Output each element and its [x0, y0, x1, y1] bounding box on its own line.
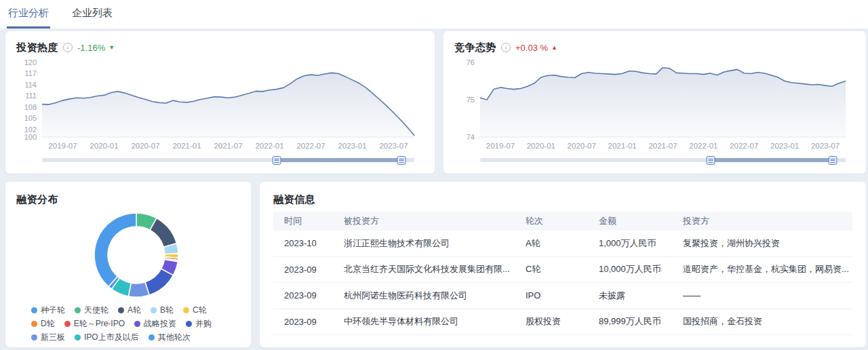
legend-dot: [31, 307, 37, 313]
legend-dot: [31, 321, 37, 327]
investment-heat-panel: 投资热度 i -1.16% ▼ 100102105108111114117120…: [5, 31, 435, 174]
legend-label: C轮: [193, 304, 207, 317]
column-header-investors: 投资方: [683, 215, 852, 227]
slider-right-handle[interactable]: [397, 156, 406, 165]
table-cell: IPO: [526, 290, 599, 300]
legend-label: 天使轮: [84, 304, 108, 317]
y-tick-label: 76: [467, 58, 475, 66]
tab-company-list[interactable]: 企业列表: [71, 0, 114, 28]
slider-selected-range[interactable]: [277, 158, 401, 162]
x-tick-label: 2022-07: [296, 142, 325, 150]
trend-down-icon: ▼: [108, 44, 115, 51]
table-cell: 国投招商，金石投资: [683, 315, 852, 328]
x-tick-label: 2021-07: [214, 142, 242, 150]
y-tick-label: 102: [24, 125, 37, 134]
x-tick-label: 2021-07: [648, 142, 677, 150]
financing-distribution-panel: 融资分布 种子轮天使轮A轮B轮C轮D轮E轮～Pre-IPO战略投资并购新三板IP…: [5, 182, 251, 347]
legend-label: 新三板: [41, 331, 65, 344]
x-tick-label: 2023-01: [338, 142, 366, 150]
tab-industry-analysis[interactable]: 行业分析: [7, 0, 50, 28]
area-fill: [480, 68, 846, 137]
legend-label: E轮～Pre-IPO: [74, 317, 125, 330]
investment-heat-chart[interactable]: 1001021051081111141171202019-072020-0120…: [16, 58, 424, 153]
info-icon[interactable]: i: [501, 43, 511, 52]
x-tick-label: 2019-07: [486, 142, 515, 150]
table-cell: 复聚投资，湖州协兴投资: [683, 237, 852, 250]
legend-item[interactable]: 天使轮: [75, 304, 108, 317]
legend-item[interactable]: 其他轮次: [149, 331, 191, 344]
legend-dot: [186, 321, 192, 327]
legend-item[interactable]: E轮～Pre-IPO: [64, 317, 125, 330]
legend-label: 并购: [195, 317, 212, 330]
slider-left-handle[interactable]: [272, 156, 281, 165]
panel-title-financing-info: 融资信息: [273, 193, 315, 206]
column-header-time: 时间: [284, 215, 344, 227]
donut-segment-新三板[interactable]: [128, 282, 149, 297]
y-tick-label: 120: [24, 58, 37, 66]
donut-segment-种子轮[interactable]: [94, 213, 136, 287]
legend-item[interactable]: D轮: [31, 317, 55, 330]
panel-title-financing-distribution: 融资分布: [16, 193, 58, 206]
legend-label: 战略投资: [144, 317, 176, 330]
legend-dot: [64, 321, 71, 327]
x-tick-label: 2021-01: [172, 142, 201, 150]
competition-chart[interactable]: 7475762019-072020-012020-072021-012021-0…: [454, 58, 855, 153]
table-cell: 2023-09: [284, 265, 344, 275]
competition-delta-value: +0.03 %: [515, 43, 548, 53]
table-cell: 北京当红齐天国际文化科技发展集团有限...: [344, 263, 526, 275]
legend-dot: [151, 307, 157, 313]
table-row: 2023-10浙江正熙生物技术有限公司A轮1,000万人民币复聚投资，湖州协兴投…: [273, 231, 852, 257]
x-tick-label: 2020-01: [90, 142, 118, 150]
table-cell: A轮: [526, 237, 599, 250]
slider-left-handle[interactable]: [706, 156, 715, 165]
x-tick-label: 2020-07: [131, 142, 159, 150]
table-cell: 1,000万人民币: [599, 237, 683, 250]
y-tick-label: 108: [24, 103, 37, 111]
heat-datazoom-slider: [42, 155, 414, 166]
column-header-amount: 金额: [599, 215, 683, 227]
x-tick-label: 2022-07: [730, 142, 758, 150]
x-tick-label: 2022-01: [689, 142, 717, 150]
table-cell: 中环领先半导体材料有限公司: [344, 315, 526, 328]
legend-item[interactable]: B轮: [151, 304, 174, 317]
legend-item[interactable]: 新三板: [31, 331, 65, 344]
info-icon[interactable]: i: [63, 43, 73, 52]
x-tick-label: 2019-07: [48, 142, 77, 150]
legend-item[interactable]: 种子轮: [31, 304, 65, 317]
rounds-legend: 种子轮天使轮A轮B轮C轮D轮E轮～Pre-IPO战略投资并购新三板IPO上市及以…: [16, 300, 240, 344]
legend-item[interactable]: C轮: [183, 304, 207, 317]
table-row: 2023-09中环领先半导体材料有限公司股权投资89,999万人民币国投招商，金…: [273, 309, 852, 336]
heat-delta-value: -1.16%: [77, 43, 105, 53]
legend-label: 其他轮次: [158, 331, 191, 344]
panel-title-competition: 竞争态势: [454, 41, 496, 54]
donut-segment-并购[interactable]: [145, 269, 173, 295]
x-tick-label: 2023-07: [811, 142, 840, 150]
y-tick-label: 75: [467, 96, 475, 104]
y-tick-label: 111: [25, 92, 37, 100]
legend-item[interactable]: A轮: [118, 304, 141, 317]
financing-rounds-donut-chart[interactable]: [16, 210, 240, 300]
legend-item[interactable]: IPO上市及以后: [75, 331, 139, 344]
table-cell: C轮: [526, 263, 599, 275]
x-tick-label: 2021-01: [608, 142, 637, 150]
column-header-investee: 被投资方: [344, 215, 526, 227]
legend-item[interactable]: 并购: [186, 317, 212, 330]
legend-dot: [75, 307, 81, 313]
table-cell: ——: [683, 290, 852, 300]
y-tick-label: 100: [24, 133, 37, 141]
donut-segment-A轮[interactable]: [150, 218, 176, 248]
table-row: 2023-09北京当红齐天国际文化科技发展集团有限...C轮10,000万人民币…: [273, 257, 852, 284]
legend-dot: [75, 334, 81, 341]
slider-selected-range[interactable]: [711, 158, 833, 162]
competition-panel: 竞争态势 i +0.03 % ▲ 7475762019-072020-01202…: [443, 31, 866, 174]
legend-label: A轮: [127, 304, 141, 317]
legend-item[interactable]: 战略投资: [134, 317, 176, 330]
legend-dot: [31, 334, 37, 341]
competition-datazoom-slider: [480, 155, 846, 166]
x-tick-label: 2020-01: [527, 142, 555, 150]
slider-right-handle[interactable]: [829, 156, 837, 165]
financing-info-panel: 融资信息 时间 被投资方 轮次 金额 投资方 2023-10浙江正熙生物技术有限…: [260, 182, 866, 347]
x-tick-label: 2023-07: [379, 142, 408, 150]
dashboard-content: 投资热度 i -1.16% ▼ 100102105108111114117120…: [0, 28, 868, 350]
legend-dot: [118, 307, 124, 313]
